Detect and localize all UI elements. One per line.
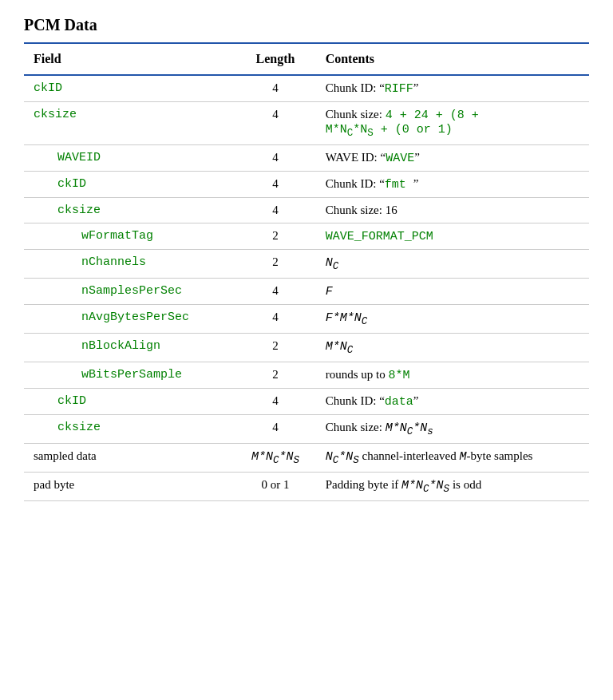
- table-row: wFormatTag2WAVE_FORMAT_PCM: [24, 223, 589, 250]
- length-cell: 2: [235, 362, 315, 389]
- table-row: WAVEID4WAVE ID: “WAVE”: [24, 145, 589, 172]
- table-row: sampled dataM*NC*NSNC*NS channel-interle…: [24, 444, 589, 473]
- field-cell: cksize: [24, 102, 235, 145]
- contents-cell: Chunk size: M*NC*Ns: [316, 415, 589, 444]
- contents-cell: Chunk ID: “RIFF”: [316, 75, 589, 102]
- pcm-data-table: Field Length Contents ckID4Chunk ID: “RI…: [24, 44, 589, 501]
- length-cell: 4: [235, 172, 315, 198]
- page-title: PCM Data: [24, 16, 589, 34]
- contents-cell: F: [316, 279, 589, 305]
- contents-cell: WAVE ID: “WAVE”: [316, 145, 589, 172]
- field-cell: nChannels: [24, 250, 235, 279]
- table-row: nChannels2NC: [24, 250, 589, 279]
- length-cell: 4: [235, 75, 315, 102]
- field-cell: cksize: [24, 198, 235, 223]
- header-contents: Contents: [316, 44, 589, 75]
- field-cell: WAVEID: [24, 145, 235, 172]
- contents-cell: rounds up to 8*M: [316, 362, 589, 389]
- table-row: nSamplesPerSec4F: [24, 279, 589, 305]
- length-cell: 4: [235, 305, 315, 334]
- field-cell: wBitsPerSample: [24, 362, 235, 389]
- table-row: ckID4Chunk ID: “RIFF”: [24, 75, 589, 102]
- length-cell: 4: [235, 198, 315, 223]
- length-cell: 0 or 1: [235, 473, 315, 501]
- table-row: cksize4Chunk size: 16: [24, 198, 589, 223]
- contents-cell: F*M*NC: [316, 305, 589, 334]
- field-cell: cksize: [24, 415, 235, 444]
- length-cell: 2: [235, 334, 315, 362]
- field-cell: wFormatTag: [24, 223, 235, 250]
- length-cell: 2: [235, 250, 315, 279]
- header-field: Field: [24, 44, 235, 75]
- table-row: cksize4Chunk size: M*NC*Ns: [24, 415, 589, 444]
- table-row: wBitsPerSample2rounds up to 8*M: [24, 362, 589, 389]
- field-cell: pad byte: [24, 473, 235, 501]
- field-cell: ckID: [24, 75, 235, 102]
- length-cell: 4: [235, 145, 315, 172]
- field-cell: ckID: [24, 172, 235, 198]
- length-cell: M*NC*NS: [235, 444, 315, 473]
- field-cell: ckID: [24, 389, 235, 415]
- field-cell: sampled data: [24, 444, 235, 473]
- table-row: pad byte0 or 1Padding byte if M*NC*NS is…: [24, 473, 589, 501]
- table-header-row: Field Length Contents: [24, 44, 589, 75]
- field-cell: nAvgBytesPerSec: [24, 305, 235, 334]
- contents-cell: Chunk ID: “data”: [316, 389, 589, 415]
- length-cell: 4: [235, 102, 315, 145]
- contents-cell: Padding byte if M*NC*NS is odd: [316, 473, 589, 501]
- table-row: nBlockAlign2M*NC: [24, 334, 589, 362]
- contents-cell: NC*NS channel-interleaved M-byte samples: [316, 444, 589, 473]
- length-cell: 4: [235, 389, 315, 415]
- length-cell: 4: [235, 415, 315, 444]
- contents-cell: Chunk size: 16: [316, 198, 589, 223]
- length-cell: 4: [235, 279, 315, 305]
- contents-cell: WAVE_FORMAT_PCM: [316, 223, 589, 250]
- table-row: cksize4Chunk size: 4 + 24 + (8 +M*NC*NS …: [24, 102, 589, 145]
- contents-cell: Chunk ID: “fmt ”: [316, 172, 589, 198]
- table-row: ckID4Chunk ID: “fmt ”: [24, 172, 589, 198]
- table-row: nAvgBytesPerSec4F*M*NC: [24, 305, 589, 334]
- field-cell: nBlockAlign: [24, 334, 235, 362]
- length-cell: 2: [235, 223, 315, 250]
- table-row: ckID4Chunk ID: “data”: [24, 389, 589, 415]
- contents-cell: NC: [316, 250, 589, 279]
- contents-cell: M*NC: [316, 334, 589, 362]
- contents-cell: Chunk size: 4 + 24 + (8 +M*NC*NS + (0 or…: [316, 102, 589, 145]
- header-length: Length: [235, 44, 315, 75]
- field-cell: nSamplesPerSec: [24, 279, 235, 305]
